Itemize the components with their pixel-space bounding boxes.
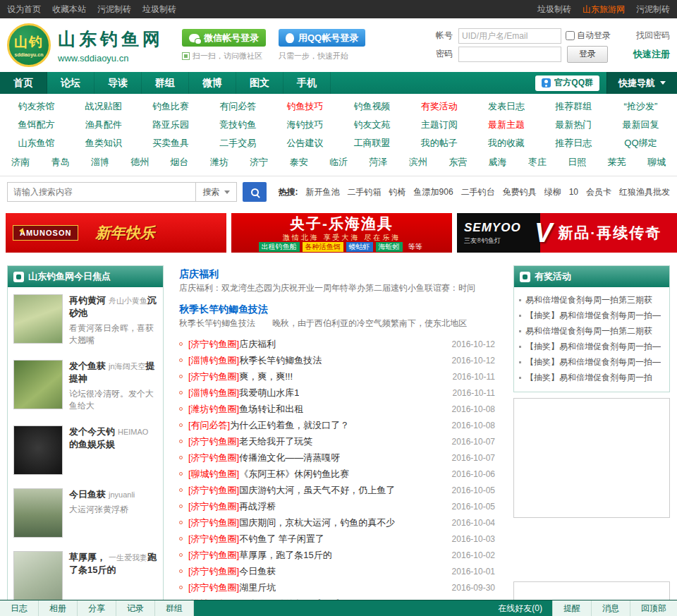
post-title-link[interactable]: 传播渔文化——清蒸嘎呀: [239, 452, 340, 464]
post-circle-link[interactable]: [有问必答]: [188, 419, 230, 432]
topbar-link[interactable]: 山东旅游网: [583, 4, 625, 14]
subnav-link[interactable]: 推荐群组: [540, 97, 607, 116]
post-title-link[interactable]: 国庆游钓大河，虽天气不好，仍上鱼了: [239, 484, 395, 497]
subnav-link[interactable]: 海钓技巧: [272, 116, 338, 134]
city-link[interactable]: 聊城: [647, 154, 666, 171]
city-link[interactable]: 德州: [130, 154, 149, 171]
post-circle-link[interactable]: [淄博钓鱼圈]: [188, 354, 239, 367]
focus-item-author[interactable]: jnyuanli: [109, 490, 135, 499]
hot-search-link[interactable]: 免费钓具: [503, 186, 537, 198]
quick-register-link[interactable]: 快速注册: [633, 48, 670, 61]
thumbnail-image[interactable]: [13, 551, 63, 600]
subnav-link[interactable]: 公告建议: [272, 134, 338, 152]
focus-item-author[interactable]: jn海阔天空: [109, 362, 146, 370]
subnav-link[interactable]: 路亚乐园: [137, 116, 204, 134]
post-circle-link[interactable]: [济宁钓鱼圈]: [188, 484, 239, 497]
hot-search-link[interactable]: 二手钓台: [461, 186, 495, 198]
thumbnail-image[interactable]: [13, 425, 63, 475]
city-link[interactable]: 威海: [489, 154, 507, 171]
subnav-link[interactable]: 买卖鱼具: [137, 134, 204, 152]
city-link[interactable]: 枣庄: [528, 154, 547, 171]
post-title-link[interactable]: 秋季长竿钓鲫鱼技法: [239, 354, 322, 367]
auto-login-checkbox[interactable]: [566, 31, 575, 40]
post-title-link[interactable]: 我爱萌山水库1: [239, 387, 299, 399]
city-link[interactable]: 菏泽: [369, 154, 387, 171]
subnav-link[interactable]: 有奖活动: [405, 97, 472, 116]
post-circle-link[interactable]: [济宁钓鱼圈]: [188, 452, 239, 464]
post-title-link[interactable]: 湖里斤坑: [239, 581, 276, 594]
nav-item[interactable]: 导读: [94, 72, 142, 94]
subnav-link[interactable]: 主题订阅: [405, 116, 472, 134]
activity-link[interactable]: 【抽奖】易和倍增促食剂每周一拍—: [525, 308, 661, 323]
subnav-link[interactable]: QQ绑定: [607, 134, 674, 152]
city-link[interactable]: 济南: [11, 154, 30, 171]
thumbnail-image[interactable]: [13, 360, 63, 409]
bottombar-item[interactable]: 消息: [591, 600, 630, 616]
nav-item[interactable]: 论坛: [47, 72, 94, 94]
subnav-link[interactable]: 二手交易: [205, 134, 272, 152]
city-link[interactable]: 淄博: [91, 154, 109, 171]
bottombar-item[interactable]: 相册: [39, 600, 78, 616]
post-circle-link[interactable]: [济宁钓鱼圈]: [188, 581, 239, 594]
subnav-link[interactable]: 推荐日志: [540, 134, 607, 152]
focus-item-title[interactable]: 发个鱼获jn海阔天空提提神: [69, 360, 157, 385]
post-title-link[interactable]: 国庆期间，京杭大运河，钓鱼的真不少: [239, 517, 395, 529]
post-title-link[interactable]: 鱼场转让和出租: [239, 403, 303, 416]
topbar-link[interactable]: 垃圾制砖: [142, 4, 176, 14]
hot-search-link[interactable]: 钓椅: [389, 186, 406, 198]
hot-search-link[interactable]: 鱼漂加906: [414, 186, 453, 198]
focus-item-title[interactable]: 发个今天钓HEIMAO的鱼娱乐娱: [69, 425, 157, 451]
city-link[interactable]: 东营: [449, 154, 467, 171]
city-link[interactable]: 日照: [568, 154, 586, 171]
post-title-link[interactable]: 再战浮桥: [239, 500, 276, 513]
city-link[interactable]: 青岛: [51, 154, 69, 171]
qq-login-button[interactable]: 用QQ帐号登录: [279, 29, 365, 47]
official-qq-group-button[interactable]: 官方QQ群: [535, 76, 599, 91]
subnav-link[interactable]: 钓鱼技巧: [272, 97, 338, 116]
focus-item-title[interactable]: 再钓黄河舟山小黄鱼沉砂池: [69, 294, 157, 320]
city-link[interactable]: 莱芜: [608, 154, 626, 171]
post-title-link[interactable]: 不钓鱼了 竿子闲置了: [239, 533, 324, 545]
post-circle-link[interactable]: [济宁钓鱼圈]: [188, 370, 239, 383]
login-button[interactable]: 登录: [567, 46, 608, 63]
focus-item-author[interactable]: HEIMAO: [118, 428, 148, 436]
subnav-link[interactable]: 钓友文苑: [338, 116, 405, 134]
nav-item[interactable]: 群组: [142, 72, 189, 94]
activity-link[interactable]: 易和倍增促食剂每周一拍第二期获: [525, 323, 652, 339]
wechat-login-button[interactable]: 微信帐号登录: [182, 29, 266, 47]
bottombar-item[interactable]: 分享: [78, 600, 116, 616]
hot-search-link[interactable]: 10: [569, 187, 578, 197]
search-input[interactable]: [7, 182, 196, 202]
subnav-link[interactable]: 山东鱼馆: [3, 134, 70, 152]
post-circle-link[interactable]: [济宁钓鱼圈]: [188, 549, 239, 562]
subnav-link[interactable]: 最新热门: [540, 116, 607, 134]
focus-item-title[interactable]: 草厚厚，一生爱我妻跑了条15斤的: [69, 551, 157, 576]
post-circle-link[interactable]: [济宁钓鱼圈]: [188, 533, 239, 545]
bottombar-item[interactable]: 日志: [0, 600, 39, 616]
nav-item[interactable]: 微博: [189, 72, 236, 94]
bottombar-item[interactable]: 提醒: [552, 600, 591, 616]
focus-item-author[interactable]: 一生爱我妻: [109, 553, 147, 562]
focus-item-author[interactable]: 舟山小黄鱼: [109, 296, 147, 305]
subnav-link[interactable]: 鱼类知识: [70, 134, 137, 152]
post-title-link[interactable]: 今日鱼获: [239, 565, 276, 578]
featured-title-link[interactable]: 店庆福利: [179, 265, 219, 282]
activity-link[interactable]: 【抽奖】易和倍增促食剂每周一拍: [525, 370, 652, 385]
bottombar-item[interactable]: 记录: [116, 600, 155, 616]
subnav-link[interactable]: 钓鱼视频: [338, 97, 405, 116]
hot-search-link[interactable]: 红狼渔具批发: [619, 186, 670, 198]
post-title-link[interactable]: 店庆福利: [239, 338, 276, 351]
post-circle-link[interactable]: [济宁钓鱼圈]: [188, 338, 239, 351]
hot-search-link[interactable]: 绿柳: [544, 186, 561, 198]
subnav-link[interactable]: 鱼饵配方: [3, 116, 70, 134]
city-link[interactable]: 泰安: [290, 154, 308, 171]
post-title-link[interactable]: 爽，爽，爽!!!: [239, 370, 293, 383]
account-input[interactable]: [458, 28, 561, 44]
subnav-link[interactable]: 我的收藏: [472, 134, 539, 152]
post-circle-link[interactable]: [济宁钓鱼圈]: [188, 565, 239, 578]
topbar-link[interactable]: 收藏本站: [52, 4, 86, 14]
city-link[interactable]: 济宁: [250, 154, 268, 171]
subnav-link[interactable]: 战况贴图: [70, 97, 137, 116]
activity-link[interactable]: 【抽奖】易和倍增促食剂每周一拍—: [525, 354, 661, 370]
featured-title-link[interactable]: 秋季长竿钓鲫鱼技法: [179, 301, 268, 318]
